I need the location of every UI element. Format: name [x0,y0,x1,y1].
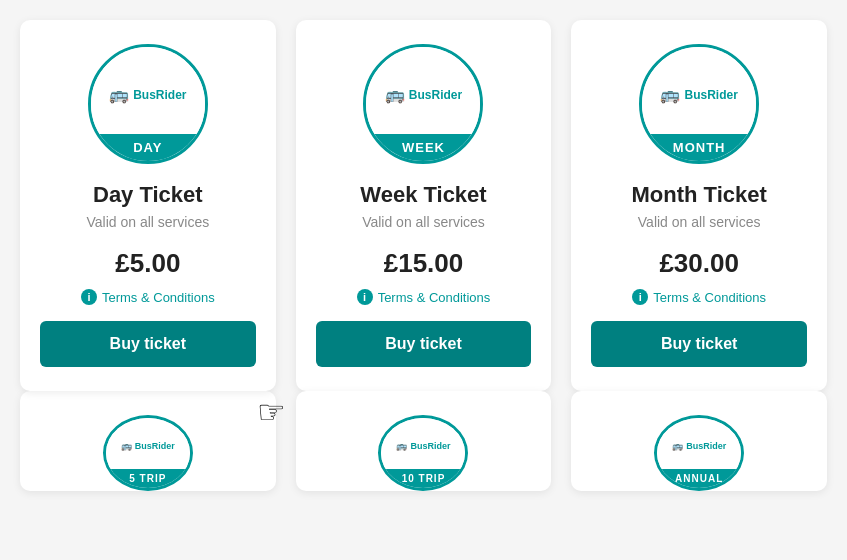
brand-day: 🚌 BusRider [109,85,186,104]
card-partial-5trip: 🚌 BusRider 5 TRIP [20,391,276,491]
period-label-day: DAY [91,134,205,161]
terms-link-week[interactable]: Terms & Conditions [378,290,491,305]
card-partial-10trip: 🚌 BusRider 10 TRIP [296,391,552,491]
logo-circle-partial-10trip: 🚌 BusRider 10 TRIP [378,415,468,491]
ticket-price-day: £5.00 [115,248,180,279]
bus-icon-month: 🚌 [660,85,680,104]
ticket-title-week: Week Ticket [360,182,486,208]
info-icon-week: i [357,289,373,305]
logo-top-partial-annual: 🚌 BusRider [657,418,741,469]
bus-icon-week: 🚌 [385,85,405,104]
brand-name-month: BusRider [684,88,737,102]
logo-top-day: 🚌 BusRider [91,47,205,134]
logo-circle-week: 🚌 BusRider WEEK [363,44,483,164]
card-month: 🚌 BusRider MONTH Month Ticket Valid on a… [571,20,827,391]
terms-row-week: i Terms & Conditions [357,289,491,305]
info-icon-day: i [81,289,97,305]
brand-partial-annual: 🚌 BusRider [672,441,726,451]
logo-circle-day: 🚌 BusRider DAY [88,44,208,164]
brand-name-day: BusRider [133,88,186,102]
brand-partial-10trip: 🚌 BusRider [396,441,450,451]
bus-icon-partial-10trip: 🚌 [396,441,407,451]
terms-row-month: i Terms & Conditions [632,289,766,305]
ticket-subtitle-month: Valid on all services [638,214,761,230]
brand-name-week: BusRider [409,88,462,102]
brand-partial-5trip: 🚌 BusRider [121,441,175,451]
logo-top-partial-5trip: 🚌 BusRider [106,418,190,469]
brand-name-partial-annual: BusRider [686,441,726,451]
card-day: 🚌 BusRider DAY Day Ticket Valid on all s… [20,20,276,391]
logo-top-month: 🚌 BusRider [642,47,756,134]
bus-icon-day: 🚌 [109,85,129,104]
buy-button-month[interactable]: Buy ticket [591,321,807,367]
terms-link-month[interactable]: Terms & Conditions [653,290,766,305]
period-label-partial-5trip: 5 TRIP [106,469,190,488]
ticket-price-month: £30.00 [659,248,739,279]
ticket-title-month: Month Ticket [632,182,767,208]
bus-icon-partial-annual: 🚌 [672,441,683,451]
buy-button-week[interactable]: Buy ticket [316,321,532,367]
terms-link-day[interactable]: Terms & Conditions [102,290,215,305]
logo-circle-month: 🚌 BusRider MONTH [639,44,759,164]
logo-circle-partial-5trip: 🚌 BusRider 5 TRIP [103,415,193,491]
brand-month: 🚌 BusRider [660,85,737,104]
card-week: 🚌 BusRider WEEK Week Ticket Valid on all… [296,20,552,391]
ticket-subtitle-day: Valid on all services [86,214,209,230]
logo-top-partial-10trip: 🚌 BusRider [381,418,465,469]
period-label-partial-annual: ANNUAL [657,469,741,488]
brand-name-partial-10trip: BusRider [410,441,450,451]
buy-button-day[interactable]: Buy ticket [40,321,256,367]
brand-week: 🚌 BusRider [385,85,462,104]
card-partial-annual: 🚌 BusRider ANNUAL [571,391,827,491]
terms-row-day: i Terms & Conditions [81,289,215,305]
period-label-partial-10trip: 10 TRIP [381,469,465,488]
bus-icon-partial-5trip: 🚌 [121,441,132,451]
ticket-price-week: £15.00 [384,248,464,279]
ticket-subtitle-week: Valid on all services [362,214,485,230]
info-icon-month: i [632,289,648,305]
period-label-week: WEEK [366,134,480,161]
logo-top-week: 🚌 BusRider [366,47,480,134]
brand-name-partial-5trip: BusRider [135,441,175,451]
ticket-title-day: Day Ticket [93,182,203,208]
period-label-month: MONTH [642,134,756,161]
logo-circle-partial-annual: 🚌 BusRider ANNUAL [654,415,744,491]
